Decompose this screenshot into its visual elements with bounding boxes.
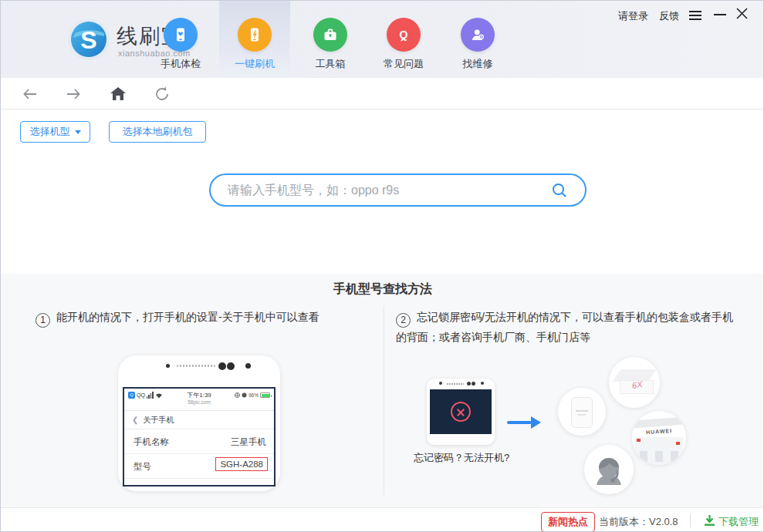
- guide-title: 手机型号查找方法: [1, 281, 764, 298]
- nav-item-faq[interactable]: Q 常见问题: [368, 18, 439, 73]
- store-flag: [637, 439, 641, 442]
- package-box-bubble: 6X: [609, 357, 660, 408]
- download-manager-link[interactable]: 下载管理: [718, 515, 759, 529]
- news-hotspot-button[interactable]: 新闻热点: [541, 512, 595, 532]
- logo-s-icon: S: [67, 18, 110, 61]
- back-arrow-icon[interactable]: [20, 84, 40, 104]
- store-flag: [676, 442, 680, 445]
- sensor-dot: [218, 362, 226, 370]
- nav-label: 找维修: [442, 57, 513, 71]
- brand-store-bubble: HUAWEI: [632, 411, 686, 465]
- select-model-button[interactable]: 选择机型: [20, 121, 90, 143]
- phone-name-row: 手机名称 三星手机: [124, 429, 274, 454]
- minimize-icon[interactable]: [714, 8, 726, 15]
- sensor-dot: [227, 362, 235, 370]
- toolbox-icon: [313, 18, 347, 52]
- refresh-icon[interactable]: [152, 84, 172, 104]
- sensor-dot: [467, 382, 471, 386]
- model-search-input[interactable]: [228, 177, 536, 204]
- settings-phone-illustration: Q QQ 下午1:39 58pic.com 96%: [118, 355, 280, 491]
- step-number-badge: 2: [396, 313, 411, 328]
- feedback-link[interactable]: 反馈: [659, 9, 679, 23]
- close-icon[interactable]: [735, 7, 749, 23]
- guide-step-2: 2忘记锁屏密码/无法开机的情况下，可以查看手机的包装盒或者手机的背面；或者咨询手…: [396, 308, 743, 346]
- speaker-grill: [177, 365, 215, 367]
- app-header: S 线刷宝 xianshuabao.com 手机体检: [1, 1, 764, 78]
- battery-percent: 96%: [248, 392, 259, 398]
- about-phone-screen: Q QQ 下午1:39 58pic.com 96%: [123, 387, 276, 487]
- status-time: 下午1:39: [187, 392, 211, 399]
- row-label: 型号: [134, 461, 151, 473]
- version-label: 当前版本：V2.0.8: [599, 515, 678, 529]
- column-divider: [384, 306, 384, 495]
- guide-step-1: 1能开机的情况下，打开手机的设置-关于手机中可以查看: [35, 308, 375, 328]
- box-model-label: 6X: [631, 379, 643, 390]
- phone-back-bubble: [558, 388, 606, 436]
- camera-dot: [166, 364, 170, 368]
- footer-bar: 新闻热点 当前版本：V2.0.8 下载管理: [1, 507, 764, 532]
- phone-heart-icon: [164, 18, 198, 52]
- step-text: 忘记锁屏密码/无法开机的情况下，可以查看手机的包装盒或者手机的背面；或者咨询手机…: [396, 311, 733, 343]
- locked-caption: 忘记密码？无法开机?: [404, 451, 519, 465]
- step-number-badge: 1: [35, 313, 50, 328]
- search-icon[interactable]: [551, 182, 568, 202]
- svg-text:S: S: [80, 26, 96, 54]
- app-window: S 线刷宝 xianshuabao.com 手机体检: [0, 0, 764, 532]
- nav-label: 常见问题: [368, 57, 439, 71]
- store-interior: [635, 437, 683, 465]
- nav-label: 手机体检: [145, 57, 216, 71]
- model-number-highlighted: SGH-A288: [215, 457, 268, 471]
- select-model-label: 选择机型: [30, 125, 70, 139]
- chevron-down-icon: [75, 130, 81, 134]
- locked-phone-illustration: [427, 379, 495, 445]
- status-bar: Q QQ 下午1:39 58pic.com 96%: [124, 389, 274, 411]
- row-value: 三星手机: [231, 436, 266, 448]
- about-phone-row: ❮关于手机: [124, 411, 274, 429]
- status-site: 58pic.com: [188, 399, 211, 405]
- camera-dot: [245, 363, 251, 369]
- nav-item-toolbox[interactable]: 工具箱: [295, 18, 366, 73]
- nav-label: 一键刷机: [219, 57, 290, 71]
- browser-toolbar: [1, 78, 764, 109]
- phone-back-icon: [571, 397, 593, 428]
- repairman-icon: [461, 18, 495, 52]
- nav-item-one-key-flash[interactable]: 一键刷机: [219, 18, 290, 73]
- download-icon[interactable]: [704, 514, 715, 530]
- support-agent-bubble: [584, 445, 634, 494]
- home-icon[interactable]: [108, 84, 128, 104]
- forward-arrow-icon[interactable]: [63, 84, 83, 104]
- status-right: 96%: [235, 392, 270, 398]
- about-phone-label: 关于手机: [143, 416, 174, 424]
- question-bubble-icon: Q: [387, 18, 421, 52]
- select-local-package-label: 选择本地刷机包: [123, 125, 193, 139]
- row-label: 手机名称: [134, 436, 169, 448]
- model-search-box: [209, 173, 587, 207]
- nav-item-phone-checkup[interactable]: 手机体检: [145, 18, 216, 73]
- error-screen: [430, 389, 492, 434]
- menu-icon[interactable]: [689, 8, 701, 22]
- speaker-grill: [447, 383, 464, 385]
- orientation-lock-icon: [235, 392, 240, 398]
- camera-dot: [439, 382, 442, 385]
- bluetooth-icon: [242, 392, 247, 398]
- error-x-icon: [451, 402, 471, 422]
- svg-text:Q: Q: [400, 29, 408, 41]
- nav-item-find-repair[interactable]: 找维修: [442, 18, 513, 73]
- footer-divider: [690, 514, 691, 527]
- model-number-row: 型号 SGH-A288: [124, 454, 274, 479]
- battery-icon: [260, 392, 270, 398]
- model-lookup-guide: 手机型号查找方法 1能开机的情况下，打开手机的设置-关于手机中可以查看 2忘记锁…: [1, 274, 764, 507]
- login-link[interactable]: 请登录: [618, 9, 648, 23]
- nav-label: 工具箱: [295, 57, 366, 71]
- select-local-package-button[interactable]: 选择本地刷机包: [109, 121, 206, 143]
- camera-dot: [481, 382, 484, 385]
- sensor-dot: [472, 382, 475, 386]
- phone-flash-icon: [238, 18, 272, 52]
- right-arrow-icon: [507, 416, 541, 429]
- back-chevron-icon: ❮: [132, 416, 138, 424]
- step-text: 能开机的情况下，打开手机的设置-关于手机中可以查看: [56, 311, 319, 323]
- support-agent-icon: [584, 445, 634, 494]
